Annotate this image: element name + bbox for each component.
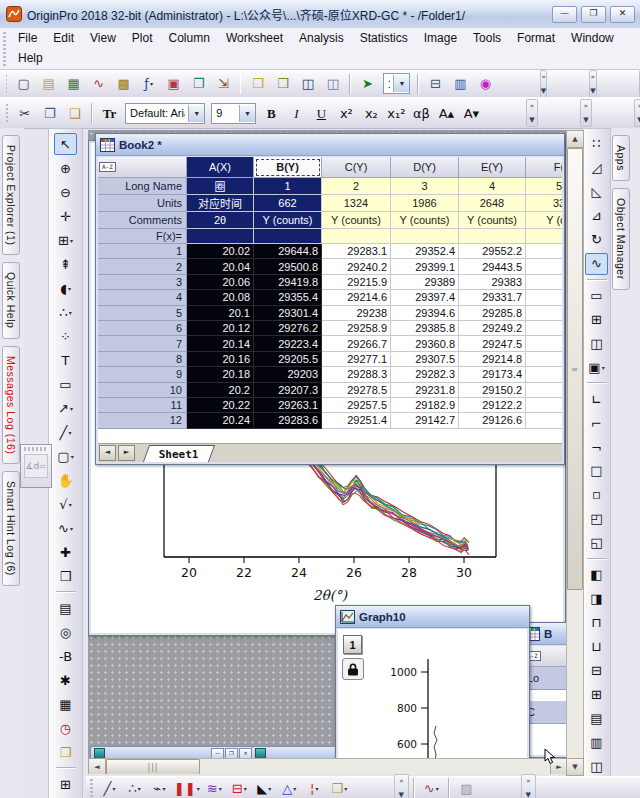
insert-graph-tool[interactable]: ∿▾ — [54, 517, 77, 539]
video-builder[interactable]: ◉ — [474, 72, 497, 95]
row-header[interactable]: 4 — [98, 290, 187, 305]
restore-button[interactable]: ❐ — [581, 6, 606, 23]
open-file[interactable]: ❒ — [246, 72, 269, 95]
italic[interactable]: I — [285, 102, 308, 125]
header-cell[interactable]: 1324 — [322, 195, 391, 212]
worksheet-cell[interactable]: 20.16 — [187, 352, 254, 367]
col-header-f[interactable]: F( — [526, 157, 562, 178]
axis-frame-box[interactable]: □ — [585, 460, 608, 482]
worksheet-cell[interactable]: 29203 — [254, 367, 322, 382]
underline[interactable]: U — [310, 102, 333, 125]
header-cell[interactable]: Y (counts) — [391, 212, 459, 229]
worksheet-cell[interactable]: 29182.9 — [391, 398, 459, 413]
worksheet-cell[interactable]: 29283.1 — [322, 244, 391, 259]
slideshow[interactable]: ▥ — [449, 72, 472, 95]
dropdown-arrow-icon[interactable]: ▾ — [162, 785, 165, 792]
cut[interactable]: ✂ — [13, 102, 36, 125]
row-label[interactable]: Comments — [98, 212, 187, 229]
worksheet-cell[interactable]: 292 — [526, 290, 562, 305]
worksheet-cell[interactable]: 29301.4 — [254, 306, 322, 321]
book2-window[interactable]: Book2 * A-ZA(X)B(Y)C(Y)D(Y)E(Y)F(Long Na… — [95, 133, 565, 465]
workspace-hscrollbar[interactable]: ◄ ||| ► — [88, 758, 566, 774]
worksheet-cell[interactable]: 29278.5 — [322, 383, 391, 398]
palette-grip[interactable] — [24, 447, 48, 451]
worksheet-cell[interactable]: 29399.1 — [391, 259, 459, 274]
font-combo[interactable]: Default: Arial ▼ — [125, 103, 205, 124]
col-header-by[interactable]: B(Y) — [254, 157, 322, 178]
open-excel[interactable]: ▤ — [37, 72, 60, 95]
worksheet-cell[interactable]: 29276.2 — [254, 321, 322, 336]
print[interactable]: ⊟ — [424, 72, 447, 95]
line-tool[interactable]: ╱▾ — [54, 421, 77, 443]
header-cell[interactable]: 3 — [391, 178, 459, 195]
spiral-tool[interactable]: ◎ — [54, 621, 77, 643]
col-header-dy[interactable]: D(Y) — [391, 157, 459, 178]
worksheet-cell[interactable]: 29397.4 — [391, 290, 459, 305]
arrow-tool[interactable]: ↗▾ — [54, 397, 77, 419]
worksheet-cell[interactable]: 29419.8 — [254, 275, 322, 290]
worksheet-cell[interactable]: 291 — [526, 398, 562, 413]
character-format-icon[interactable]: Tr — [98, 102, 121, 125]
col-header-ey[interactable]: E(Y) — [459, 157, 526, 178]
worksheet-cell[interactable]: 292 — [526, 336, 562, 351]
header-cell[interactable] — [187, 229, 254, 244]
row-header[interactable]: 10 — [98, 383, 187, 398]
menu-edit[interactable]: Edit — [45, 29, 82, 47]
menu-view[interactable]: View — [82, 29, 124, 47]
dropdown-arrow-icon[interactable]: ▾ — [70, 405, 73, 412]
import-wizard[interactable]: ⇲ — [212, 72, 235, 95]
dropdown-arrow-icon[interactable]: ▾ — [316, 785, 319, 792]
menu-column[interactable]: Column — [161, 29, 218, 47]
uniform-height[interactable]: ▥ — [585, 731, 608, 753]
worksheet-cell[interactable]: 291 — [526, 413, 562, 428]
toolbar-grip[interactable] — [6, 75, 7, 93]
row-label[interactable]: Units — [98, 195, 187, 212]
swap-objects[interactable]: ◫ — [585, 755, 608, 777]
new-graph[interactable]: ∿ — [87, 72, 110, 95]
save-project[interactable]: ◫ — [296, 72, 319, 95]
worksheet-cell[interactable]: 29126.6 — [459, 413, 526, 428]
new-layout[interactable]: ▣ — [162, 72, 185, 95]
graph10-titlebar[interactable]: Graph10 — [336, 606, 529, 628]
worksheet-cell[interactable]: 29389 — [391, 275, 459, 290]
header-cell[interactable]: 1 — [254, 178, 322, 195]
rectangle-object-tool[interactable]: ▭ — [54, 373, 77, 395]
toolbar-overflow[interactable]: »▼ — [526, 99, 538, 127]
worksheet-cell[interactable]: 29238 — [322, 306, 391, 321]
worksheet-cell[interactable]: 29258.9 — [322, 321, 391, 336]
header-cell[interactable]: 4 — [459, 178, 526, 195]
header-cell[interactable] — [459, 229, 526, 244]
app-titlebar[interactable]: OriginPro 2018 32-bit (Administrator) - … — [0, 0, 640, 29]
scroll-left-icon[interactable]: ◄ — [88, 758, 106, 774]
copy-graph[interactable]: ❐ — [187, 72, 210, 95]
subscript[interactable]: x₂ — [360, 102, 383, 125]
dock-tab-quick-help[interactable]: Quick Help — [2, 262, 20, 338]
menu-image[interactable]: Image — [416, 29, 465, 47]
axes-scale-tool[interactable]: ◺ — [585, 181, 608, 203]
menu-file[interactable]: File — [10, 29, 45, 47]
workspace-vscrollbar[interactable]: ▲ ≡ ▼ — [566, 130, 582, 774]
multi-curve-plot[interactable]: ≋▾ — [203, 777, 226, 798]
new-project[interactable]: ▢ — [12, 72, 35, 95]
worksheet-cell[interactable]: 20.14 — [187, 336, 254, 351]
worksheet-cell[interactable]: 292 — [526, 321, 562, 336]
dropdown-arrow-icon[interactable]: ▾ — [344, 785, 347, 792]
vscroll-thumb[interactable]: ≡ — [567, 148, 583, 590]
worksheet-cell[interactable]: 292 — [526, 306, 562, 321]
row-header[interactable]: 11 — [98, 398, 187, 413]
worksheet-cell[interactable]: 29214.6 — [322, 290, 391, 305]
toolbar-overflow[interactable]: »▼ — [580, 99, 592, 127]
row-header[interactable]: 1 — [98, 244, 187, 259]
scroll-up-icon[interactable]: ▲ — [566, 130, 584, 148]
col-header-cy[interactable]: C(Y) — [322, 157, 391, 178]
axis-frame-tl[interactable]: ◰ — [585, 508, 608, 530]
toolbar-overflow[interactable]: »▼ — [521, 774, 536, 798]
uniform-width[interactable]: ▤ — [585, 707, 608, 729]
scatter-plot[interactable]: ∴▾ — [123, 777, 146, 798]
dropdown-arrow-icon[interactable]: ▾ — [69, 309, 72, 316]
worksheet-cell[interactable]: 20.1 — [187, 306, 254, 321]
hscroll-thumb[interactable]: ||| — [106, 759, 200, 774]
image-plot[interactable]: ▨ — [455, 777, 478, 798]
new-workbook[interactable]: ▦ — [62, 72, 85, 95]
row-header[interactable]: 2 — [98, 259, 187, 274]
